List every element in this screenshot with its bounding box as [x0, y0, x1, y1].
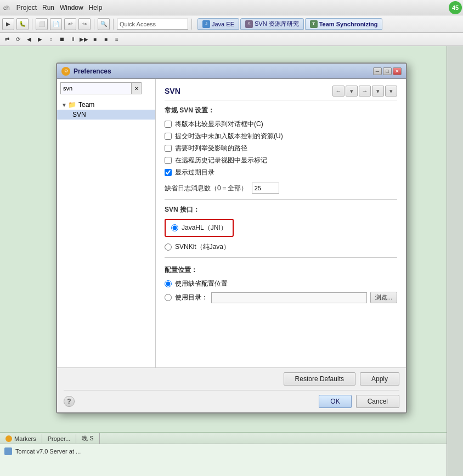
checkbox-compare: 将版本比较显示到对话框中(C)	[165, 120, 397, 129]
dialog-body: ✕ ▼ 📁 Team SVN	[57, 79, 406, 367]
dialog-tree-panel: ✕ ▼ 📁 Team SVN	[57, 79, 156, 367]
tree-content: ▼ 📁 Team SVN	[57, 98, 155, 367]
dialog-window-buttons: ─ □ ✕	[373, 67, 402, 75]
nav-menu-btn[interactable]: ▾	[385, 86, 397, 97]
checkbox-list: 将版本比较显示到对话框中(C) 提交时选中未加入版本控制的资源(U) 需要时列举…	[165, 120, 397, 177]
checkbox-remote-history: 在远程历史记录视图中显示标记	[165, 156, 397, 165]
tree-search-area: ✕	[60, 82, 152, 94]
radio-java-input[interactable]	[165, 243, 172, 251]
config-dir-label: 使用目录：	[175, 293, 208, 302]
dialog-close-btn[interactable]: ✕	[393, 67, 402, 75]
dialog-footer: Restore Defaults Apply ? OK Cancel	[57, 367, 406, 412]
radio-jni-item: JavaHL（JNI）	[171, 223, 227, 233]
checkbox-commit-label: 提交时选中未加入版本控制的资源(U)	[175, 132, 283, 141]
checkbox-list-paths-label: 需要时列举受影响的路径	[175, 144, 247, 153]
tree-arrow-team: ▼	[61, 102, 68, 108]
log-count-input[interactable]	[252, 183, 279, 194]
config-dir-radio[interactable]	[165, 294, 172, 301]
section-general-title: 常规 SVN 设置：	[165, 106, 397, 115]
dialog-minimize-btn[interactable]: ─	[373, 67, 382, 75]
team-folder-icon: 📁	[68, 101, 76, 109]
radio-java-item: SVNKit（纯Java）	[165, 242, 397, 252]
footer-top-buttons: Restore Defaults Apply	[64, 372, 399, 386]
tree-item-svn[interactable]: SVN	[57, 110, 155, 120]
tree-search-clear-btn[interactable]: ✕	[132, 82, 142, 94]
checkbox-show-expired-input[interactable]	[165, 169, 172, 176]
content-nav-buttons: ← ▾ → ▾ ▾	[332, 86, 397, 97]
log-field-row: 缺省日志消息数（0＝全部）	[165, 183, 397, 194]
preferences-dialog: ⚙ Preferences ─ □ ✕ ✕	[56, 63, 407, 413]
checkbox-commit-input[interactable]	[165, 133, 172, 140]
checkbox-list-paths: 需要时列举受影响的路径	[165, 144, 397, 153]
dialog-title: Preferences	[74, 67, 373, 75]
checkbox-list-paths-input[interactable]	[165, 145, 172, 152]
tree-item-team[interactable]: ▼ 📁 Team	[57, 100, 155, 110]
config-dir-input[interactable]	[211, 292, 367, 303]
content-header: SVN ← ▾ → ▾ ▾	[165, 86, 397, 100]
checkbox-show-expired: 显示过期目录	[165, 168, 397, 177]
tree-search-input[interactable]	[60, 82, 132, 94]
apply-button[interactable]: Apply	[360, 372, 399, 386]
dialog-maximize-btn[interactable]: □	[383, 67, 392, 75]
log-field-label: 缺省日志消息数（0＝全部）	[165, 184, 247, 193]
config-section: 配置位置： 使用缺省配置位置 使用目录： 浏览...	[165, 265, 397, 303]
checkbox-compare-label: 将版本比较显示到对话框中(C)	[175, 120, 263, 129]
ok-cancel-buttons: OK Cancel	[319, 395, 399, 408]
radio-java-label: SVNKit（纯Java）	[175, 242, 230, 252]
checkbox-remote-history-input[interactable]	[165, 157, 172, 164]
config-default-label: 使用缺省配置位置	[175, 279, 228, 288]
config-default-row: 使用缺省配置位置	[165, 279, 397, 288]
nav-back-btn[interactable]: ←	[332, 86, 345, 97]
dialog-title-icon: ⚙	[61, 67, 70, 76]
dialog-overlay: ⚙ Preferences ─ □ ✕ ✕	[0, 0, 463, 476]
nav-forward-btn[interactable]: →	[359, 86, 371, 97]
config-default-radio[interactable]	[165, 280, 172, 287]
section-divider-2	[165, 257, 397, 258]
restore-defaults-button[interactable]: Restore Defaults	[284, 372, 355, 386]
cancel-button[interactable]: Cancel	[356, 395, 399, 408]
dialog-content-panel: SVN ← ▾ → ▾ ▾ 常规 SVN 设置：	[156, 79, 406, 367]
svn-interface-title: SVN 接口：	[165, 205, 397, 214]
ok-button[interactable]: OK	[319, 395, 351, 408]
tree-svn-label: SVN	[72, 111, 86, 118]
checkbox-show-expired-label: 显示过期目录	[175, 168, 214, 177]
checkbox-remote-history-label: 在远程历史记录视图中显示标记	[175, 156, 267, 165]
browse-button[interactable]: 浏览...	[370, 292, 397, 303]
checkbox-compare-input[interactable]	[165, 121, 172, 128]
content-title: SVN	[165, 87, 180, 95]
svn-interface-radio-group: JavaHL（JNI）	[165, 219, 234, 237]
radio-jni-input[interactable]	[171, 224, 178, 231]
nav-dropdown-btn[interactable]: ▾	[346, 86, 358, 97]
ide-window: ch Project Run Window Help 45 ▶ 🐛 ⬜ 📄 ↩ …	[0, 0, 463, 476]
help-icon[interactable]: ?	[64, 396, 75, 407]
dialog-titlebar: ⚙ Preferences ─ □ ✕	[57, 64, 406, 79]
tree-team-label: Team	[78, 101, 94, 109]
footer-bottom-buttons: ? OK Cancel	[64, 390, 399, 408]
config-dir-row: 使用目录： 浏览...	[165, 292, 397, 303]
nav-fwd-dropdown-btn[interactable]: ▾	[372, 86, 384, 97]
config-section-title: 配置位置：	[165, 265, 397, 275]
checkbox-commit: 提交时选中未加入版本控制的资源(U)	[165, 132, 397, 141]
section-divider-1	[165, 199, 397, 200]
radio-jni-label: JavaHL（JNI）	[182, 223, 227, 233]
